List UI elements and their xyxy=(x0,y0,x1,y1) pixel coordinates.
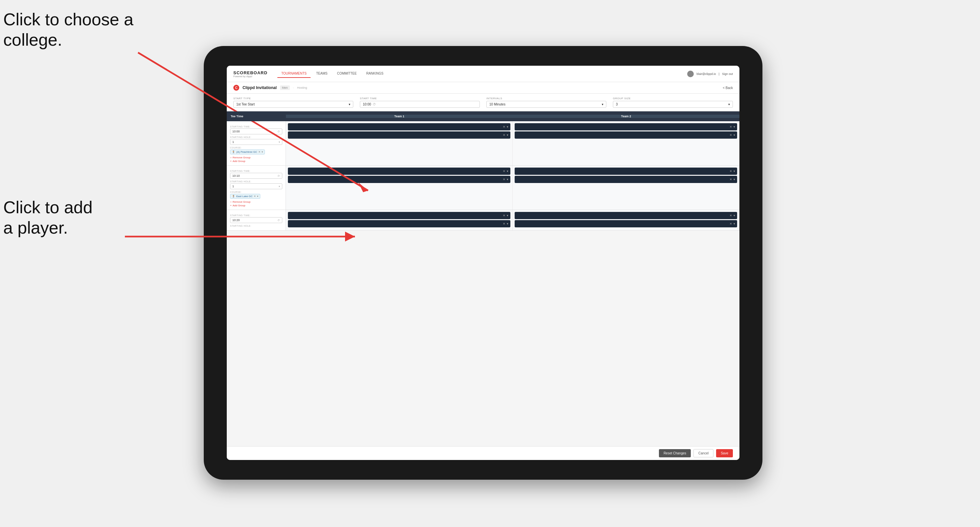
close-icon[interactable]: ✕ xyxy=(730,170,732,173)
tablet-frame: SCOREBOARD Powered by clippd TOURNAMENTS… xyxy=(204,46,762,480)
close-icon[interactable]: ✕ xyxy=(503,125,506,129)
starting-time-value-2[interactable]: 10:10 ⏱ xyxy=(230,173,282,179)
chevron-icon[interactable]: ▾ xyxy=(507,133,508,137)
reset-changes-button[interactable]: Reset Changes xyxy=(659,449,691,457)
player-slot[interactable]: ✕ ▾ xyxy=(288,123,511,130)
starting-time-label-2: STARTING TIME: xyxy=(230,170,282,172)
tablet-screen: SCOREBOARD Powered by clippd TOURNAMENTS… xyxy=(227,66,740,460)
start-type-group: Start Type 1st Tee Start ▾ xyxy=(233,97,353,108)
start-type-label: Start Type xyxy=(233,97,353,100)
chevron-icon[interactable]: ▾ xyxy=(733,178,735,181)
cancel-button[interactable]: Cancel xyxy=(694,449,713,457)
player-slot[interactable]: ✕ ▾ xyxy=(288,212,511,219)
player-slot[interactable]: ✕ ▾ xyxy=(515,220,737,227)
group-size-select[interactable]: 3 ▾ xyxy=(613,101,733,108)
annotation1-line2: college. xyxy=(3,30,62,49)
starting-time-value-3[interactable]: 10:20 ⏱ xyxy=(230,217,282,223)
nav-link-rankings[interactable]: RANKINGS xyxy=(362,70,387,78)
nav-right: blair@clippd.io | Sign out xyxy=(687,71,733,77)
col-team2: Team 2 xyxy=(513,115,740,118)
plus-icon-2: + xyxy=(230,204,232,207)
logo-title: SCOREBOARD xyxy=(233,70,267,75)
player-slot[interactable]: ✕ ▾ xyxy=(515,212,737,219)
group-size-group: Group Size 3 ▾ xyxy=(613,97,733,108)
chevron-icon[interactable]: ▾ xyxy=(733,133,735,137)
add-group-link-1[interactable]: + Add Group xyxy=(230,160,282,163)
close-icon[interactable]: ✕ xyxy=(730,214,732,217)
player-slot[interactable]: ✕ ▾ xyxy=(515,123,737,130)
chevron-icon[interactable]: ▾ xyxy=(507,125,508,129)
form-area: Start Type 1st Tee Start ▾ Start Time 10… xyxy=(227,94,740,111)
clock-icon: ⏱ xyxy=(373,103,376,106)
starting-hole-value-2[interactable]: 1 ▾ xyxy=(230,183,282,189)
chevron-down-icon-course-2[interactable]: ▾ xyxy=(257,195,258,198)
player-slot[interactable]: ✕ ▾ xyxy=(288,168,511,175)
sign-out-link[interactable]: Sign out xyxy=(722,72,733,76)
nav-links: TOURNAMENTS TEAMS COMMITTEE RANKINGS xyxy=(277,70,687,78)
chevron-down-icon-course-1[interactable]: ▾ xyxy=(262,151,263,154)
starting-hole-label-2: STARTING HOLE: xyxy=(230,180,282,183)
starting-hole-value-1[interactable]: 1 ▾ xyxy=(230,139,282,145)
course-tag-2[interactable]: 🏌 East Lake GC ✕ ▾ xyxy=(230,194,260,199)
close-icon[interactable]: ✕ xyxy=(503,214,506,217)
annotation-add-player: Click to add a player. xyxy=(3,197,93,238)
plus-icon-1: + xyxy=(230,160,232,163)
chevron-icon[interactable]: ▾ xyxy=(507,178,508,181)
player-slot[interactable]: ✕ ▾ xyxy=(515,132,737,139)
hosting-label: Hosting xyxy=(297,86,307,89)
start-time-input[interactable]: 10:00 ⏱ xyxy=(360,101,480,108)
tee-time-cell-3: STARTING TIME: 10:20 ⏱ STARTING HOLE: xyxy=(227,210,286,230)
close-icon[interactable]: ✕ xyxy=(503,178,506,181)
starting-hole-label-3: STARTING HOLE: xyxy=(230,225,282,227)
clock-icon-2: ⏱ xyxy=(277,175,280,178)
close-icon-course-1[interactable]: ✕ xyxy=(258,151,261,154)
close-icon[interactable]: ✕ xyxy=(503,222,506,225)
close-icon[interactable]: ✕ xyxy=(503,170,506,173)
chevron-icon[interactable]: ▾ xyxy=(733,222,735,225)
tournament-badge: Men xyxy=(280,86,290,90)
table-row: STARTING TIME: 10:20 ⏱ STARTING HOLE: ✕ … xyxy=(227,210,740,231)
intervals-label: Intervals xyxy=(486,97,606,100)
add-group-link-2[interactable]: + Add Group xyxy=(230,204,282,207)
player-slot[interactable]: ✕ ▾ xyxy=(288,176,511,183)
chevron-icon[interactable]: ▾ xyxy=(733,125,735,129)
table-row: STARTING TIME: 10:00 ⏱ STARTING HOLE: 1 … xyxy=(227,121,740,166)
chevron-icon[interactable]: ▾ xyxy=(507,214,508,217)
close-icon[interactable]: ✕ xyxy=(730,222,732,225)
course-label-2: COURSE: xyxy=(230,191,282,193)
player-slot[interactable]: ✕ ▾ xyxy=(515,176,737,183)
nav-link-committee[interactable]: COMMITTEE xyxy=(333,70,361,78)
close-icon[interactable]: ✕ xyxy=(730,178,732,181)
start-time-group: Start Time 10:00 ⏱ xyxy=(360,97,480,108)
main-content: Tee Time Team 1 Team 2 STARTING TIME: 10… xyxy=(227,111,740,446)
remove-group-link-1[interactable]: ○ Remove Group xyxy=(230,156,282,159)
starting-hole-label-1: STARTING HOLE: xyxy=(230,136,282,138)
user-email: blair@clippd.io xyxy=(696,72,716,76)
close-icon-course-2[interactable]: ✕ xyxy=(254,195,256,198)
team1-cell-3: ✕ ▾ ✕ ▾ xyxy=(286,210,513,230)
back-button[interactable]: < Back xyxy=(723,86,733,90)
save-button[interactable]: Save xyxy=(716,449,733,457)
col-tee-time: Tee Time xyxy=(227,115,286,118)
clock-icon-3: ⏱ xyxy=(277,219,280,222)
chevron-icon[interactable]: ▾ xyxy=(507,170,508,173)
player-slot[interactable]: ✕ ▾ xyxy=(288,132,511,139)
start-type-select[interactable]: 1st Tee Start ▾ xyxy=(233,101,353,108)
player-slot[interactable]: ✕ ▾ xyxy=(288,220,511,227)
nav-link-teams[interactable]: TEAMS xyxy=(312,70,331,78)
chevron-icon[interactable]: ▾ xyxy=(507,222,508,225)
annotation2-line2: a player. xyxy=(3,218,68,237)
logo-sub: Powered by clippd xyxy=(233,75,267,78)
remove-group-link-2[interactable]: ○ Remove Group xyxy=(230,200,282,203)
intervals-select[interactable]: 10 Minutes ▾ xyxy=(486,101,606,108)
close-icon[interactable]: ✕ xyxy=(503,133,506,137)
player-slot[interactable]: ✕ ▾ xyxy=(515,168,737,175)
chevron-icon[interactable]: ▾ xyxy=(733,170,735,173)
close-icon[interactable]: ✕ xyxy=(730,133,732,137)
nav-link-tournaments[interactable]: TOURNAMENTS xyxy=(277,70,310,78)
dot-separator: · xyxy=(293,86,294,89)
close-icon[interactable]: ✕ xyxy=(730,125,732,129)
chevron-icon[interactable]: ▾ xyxy=(733,214,735,217)
starting-time-value-1[interactable]: 10:00 ⏱ xyxy=(230,129,282,134)
course-tag-1[interactable]: 🏌 (A) Peachtree GC ✕ ▾ xyxy=(230,149,265,154)
